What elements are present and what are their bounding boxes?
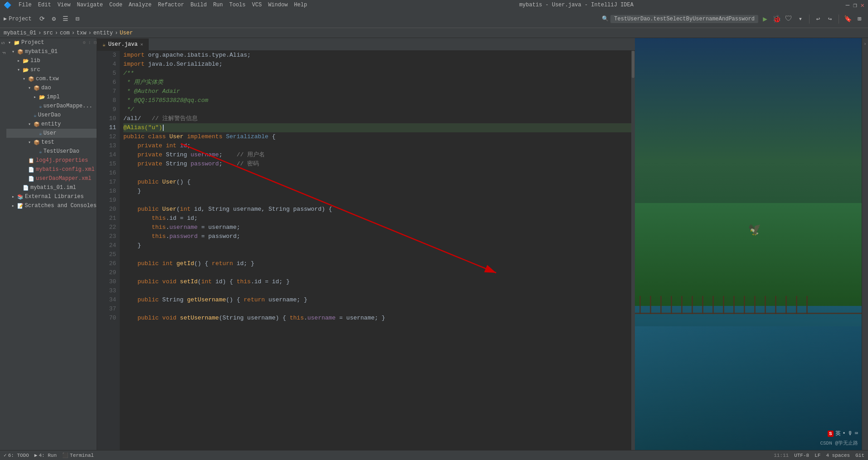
tree-item-comtxw[interactable]: ▾ 📦 com.txw (6, 74, 97, 83)
maximize-button[interactable]: ❐ (853, 1, 857, 9)
background-panel: 🦅 S 英 • 🎙 ⌨ CSDN @学无止路 (635, 38, 862, 450)
tree-item-test[interactable]: ▾ 📦 test (6, 138, 97, 147)
structure-icon[interactable]: S (1, 42, 6, 44)
layout-icon[interactable]: ⊞ (854, 14, 864, 24)
tree-item-log4j[interactable]: 📋 log4j.properties (6, 156, 97, 165)
minimize-button[interactable]: — (846, 1, 849, 9)
tree-item-dao[interactable]: ▾ 📦 dao (6, 83, 97, 92)
redo-icon[interactable]: ↪ (825, 14, 835, 24)
water-area (635, 306, 862, 450)
menu-file[interactable]: File (19, 2, 32, 8)
code-line-7: * @Author Adair (123, 87, 631, 96)
tree-item-user[interactable]: ☕ User (6, 129, 97, 138)
bird-silhouette: 🦅 (747, 223, 763, 238)
settings-icon[interactable]: ☰ (61, 14, 71, 24)
run-status-button[interactable]: ▶ 4: Run (34, 452, 57, 458)
right-icon-strip: › (862, 38, 868, 450)
status-left: ✓ 6: TODO ▶ 4: Run ⬛ Terminal (4, 452, 94, 458)
tab-user-java[interactable]: ☕ User.java ✕ (97, 39, 149, 50)
gear-icon[interactable]: ⚙ (49, 14, 59, 24)
menu-run[interactable]: Run (213, 2, 223, 8)
code-line-8: * @QQ:1578533828@qq.com (123, 96, 631, 105)
sidebar-right-icon[interactable]: › (863, 42, 866, 47)
menu-edit[interactable]: Edit (38, 2, 51, 8)
code-line-33 (123, 286, 631, 295)
tree-item-mybatisiml[interactable]: 📄 mybatis_01.iml (6, 183, 97, 192)
tab-close-icon[interactable]: ✕ (140, 42, 143, 47)
menu-analyze[interactable]: Analyze (129, 2, 151, 8)
code-content[interactable]: import org.apache.ibatis.type.Alias; imp… (120, 51, 631, 450)
breadcrumb-project[interactable]: mybatis_01 (4, 30, 36, 36)
more-run-icon[interactable]: ▾ (795, 14, 805, 24)
toolbar-icons: ⟳ ⚙ ☰ ⊟ (37, 14, 83, 24)
code-line-12: public class User implements Serializabl… (123, 132, 631, 141)
menu-code[interactable]: Code (109, 2, 122, 8)
todo-icon: ✓ (4, 452, 7, 458)
favorites-icon[interactable]: F (1, 52, 6, 54)
menu-vcs[interactable]: VCS (252, 2, 262, 8)
code-line-10: /all/ // 注解警告信息 (123, 114, 631, 123)
menu-build[interactable]: Build (190, 2, 207, 8)
tree-item-entity[interactable]: ▾ 📦 entity (6, 120, 97, 129)
breadcrumb: mybatis_01 › src › com › txw › entity › … (0, 28, 868, 38)
undo-icon[interactable]: ↩ (813, 14, 823, 24)
tree-item-src[interactable]: ▾ 📂 src (6, 65, 97, 74)
debug-button[interactable]: 🐞 (772, 14, 782, 24)
tree-item-lib[interactable]: ▸ 📂 lib (6, 56, 97, 65)
tree-item-project[interactable]: ▾ 📁 Project ⚙ ↕ ⊟ (6, 38, 97, 47)
code-line-21: this.id = id; (123, 214, 631, 223)
code-line-29 (123, 268, 631, 277)
code-line-18: } (123, 187, 631, 196)
vertical-scrollbar[interactable] (631, 51, 635, 450)
tree-item-userdao[interactable]: ☕ UserDao (6, 111, 97, 120)
breadcrumb-txw[interactable]: txw (77, 30, 87, 36)
tree-item-mybatisconfig[interactable]: 📄 mybatis-config.xml (6, 165, 97, 174)
breadcrumb-entity[interactable]: entity (93, 30, 113, 36)
run-config-name[interactable]: TestUserDao.testSelectByUsernameAndPassw… (610, 15, 758, 23)
code-line-19 (123, 196, 631, 205)
tree-item-testuserdao[interactable]: ☕ TestUserDao (6, 147, 97, 156)
menu-navigate[interactable]: Navigate (77, 2, 103, 8)
breadcrumb-src[interactable]: src (43, 30, 53, 36)
tree-item-mybatis01[interactable]: ▾ 📦 mybatis_01 (6, 47, 97, 56)
code-line-9: */ (123, 105, 631, 114)
scrollbar-thumb[interactable] (632, 51, 634, 78)
code-editor[interactable]: 3 4 5 6 7 8 9 10 11 12 13 14 15 16 17 18… (97, 51, 635, 450)
code-line-22: this.username = username; (123, 223, 631, 232)
left-icon-strip: S F (0, 38, 6, 450)
hide-icon[interactable]: ⊟ (73, 14, 83, 24)
code-line-25 (123, 250, 631, 259)
editor-area: ☕ User.java ✕ 3 4 5 6 7 8 9 10 11 12 13 … (97, 38, 635, 450)
run-with-coverage-button[interactable]: 🛡 (784, 14, 794, 24)
run-status-icon: ▶ (34, 452, 38, 458)
tree-item-userdaomapper[interactable]: ☕ userDaoMappe... (6, 102, 97, 111)
code-line-4: import java.io.Serializable; (123, 60, 631, 69)
close-button[interactable]: ✕ (861, 1, 864, 9)
tree-item-userdaomapperxml[interactable]: 📄 userDaoMapper.xml (6, 174, 97, 183)
line-numbers: 3 4 5 6 7 8 9 10 11 12 13 14 15 16 17 18… (97, 51, 120, 450)
tree-item-scratches[interactable]: ▸ 📝 Scratches and Consoles (6, 201, 97, 210)
main-toolbar: ▶ Project ⟳ ⚙ ☰ ⊟ 🔍 TestUserDao.testSele… (0, 10, 868, 28)
code-line-11: @Alias("u") (123, 123, 631, 132)
menu-tools[interactable]: Tools (229, 2, 246, 8)
code-line-34: public String getUsername() { return use… (123, 295, 631, 305)
sync-icon[interactable]: ⟳ (37, 14, 47, 24)
menu-refactor[interactable]: Refactor (158, 2, 184, 8)
code-line-14: private String username; // 用户名 (123, 150, 631, 160)
fence-posts (635, 296, 862, 314)
menu-window[interactable]: Window (268, 2, 288, 8)
todo-button[interactable]: ✓ 6: TODO (4, 452, 29, 458)
menu-help[interactable]: Help (294, 2, 307, 8)
code-line-15: private String password; // 密码 (123, 160, 631, 169)
project-tree: ▾ 📁 Project ⚙ ↕ ⊟ ▾ 📦 mybatis_01 ▸ 📂 lib… (6, 38, 97, 450)
terminal-button[interactable]: ⬛ Terminal (62, 452, 94, 458)
encoding-indicator[interactable]: UTF-8 (794, 453, 809, 458)
breadcrumb-user[interactable]: User (120, 30, 133, 36)
bookmark-icon[interactable]: 🔖 (843, 14, 853, 24)
run-button[interactable]: ▶ (760, 14, 770, 24)
breadcrumb-com[interactable]: com (60, 30, 70, 36)
status-bar: ✓ 6: TODO ▶ 4: Run ⬛ Terminal 11:11 UTF-… (0, 450, 868, 460)
tree-item-external-libs[interactable]: ▸ 📚 External Libraries (6, 192, 97, 201)
menu-view[interactable]: View (58, 2, 71, 8)
tree-item-impl[interactable]: ▸ 📂 impl (6, 92, 97, 102)
